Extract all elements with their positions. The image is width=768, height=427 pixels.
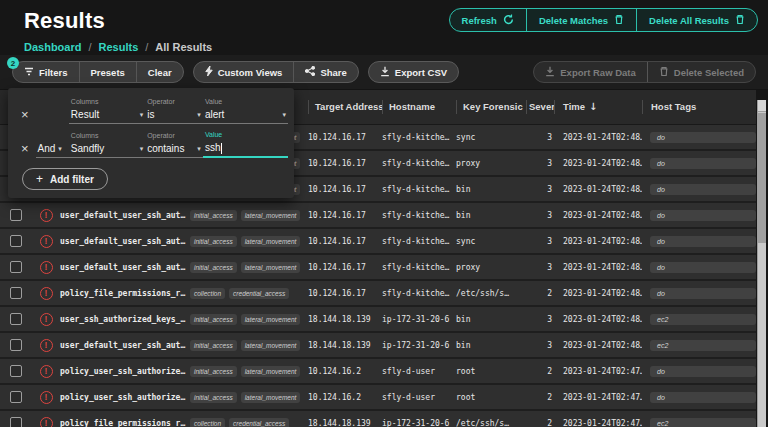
host-tags: ec2 <box>642 314 756 325</box>
mitre-tag-pill: collection <box>190 418 225 427</box>
row-checkbox[interactable] <box>10 313 22 325</box>
time: 2023-01-24T02:48… <box>554 211 642 220</box>
table-row[interactable]: !user_default_user_ssh_aut…initial_acces… <box>0 229 756 255</box>
remove-filter-icon[interactable]: × <box>14 107 36 124</box>
header-severity[interactable]: Severity <box>526 100 554 114</box>
mitre-tags: initial_accesslateral_movement <box>186 210 308 221</box>
refresh-button[interactable]: Refresh <box>450 9 526 31</box>
scrollbar-thumb[interactable] <box>758 113 766 243</box>
row-checkbox[interactable] <box>10 417 22 427</box>
row-checkbox[interactable] <box>10 209 22 221</box>
severity: 2 <box>526 289 554 298</box>
export-raw-data-button[interactable]: Export Raw Data <box>534 62 647 82</box>
table-row[interactable]: !user_default_user_ssh_aut…initial_acces… <box>0 333 756 359</box>
delete-all-results-button[interactable]: Delete All Results <box>636 9 757 31</box>
hostname: sfly-d-kitche… <box>382 211 456 220</box>
table-toolbar: 2 Filters Presets Clear Custom Views <box>0 55 768 90</box>
table-row[interactable]: !policy_user_ssh_authorize…initial_acces… <box>0 385 756 411</box>
row-checkbox[interactable] <box>10 261 22 273</box>
filter-column-select[interactable]: Columns Sandfly▾ <box>69 132 145 158</box>
row-checkbox[interactable] <box>10 235 22 247</box>
key-forensic: /etc/ssh/s… <box>456 289 526 298</box>
delete-selected-button[interactable]: Delete Selected <box>647 62 755 82</box>
chevron-down-icon: ▾ <box>282 111 286 119</box>
key-forensic: root <box>456 367 526 376</box>
selection-actions-group: Export Raw Data Delete Selected <box>533 61 756 83</box>
custom-views-button[interactable]: Custom Views <box>194 62 294 82</box>
mitre-tag-pill: initial_access <box>190 340 237 351</box>
key-forensic: bin <box>456 315 526 324</box>
chevron-down-icon: ▾ <box>197 111 201 119</box>
share-button[interactable]: Share <box>293 62 357 82</box>
page-header: Results Dashboard / Results / All Result… <box>0 0 768 55</box>
target-address: 18.144.18.139 <box>308 315 382 324</box>
time: 2023-01-24T02:48… <box>554 185 642 194</box>
header-hostname[interactable]: Hostname <box>382 100 456 114</box>
chevron-down-icon: ▾ <box>140 111 144 119</box>
alert-status: ! <box>32 261 60 274</box>
alert-icon: ! <box>40 313 53 326</box>
row-select <box>0 313 32 325</box>
breadcrumb-dashboard[interactable]: Dashboard <box>24 41 81 53</box>
delete-matches-button[interactable]: Delete Matches <box>526 9 636 31</box>
host-tag-pill: do <box>650 184 756 195</box>
header-key-forensic[interactable]: Key Forensic <box>456 100 526 114</box>
row-select <box>0 339 32 351</box>
filter-operator-select[interactable]: Operator is▾ <box>145 98 203 124</box>
header-target-address[interactable]: Target Address <box>308 100 382 114</box>
host-tag-pill: do <box>650 288 756 299</box>
alert-icon: ! <box>40 365 53 378</box>
breadcrumb-separator: / <box>145 41 148 53</box>
add-filter-button[interactable]: + Add filter <box>22 168 108 190</box>
mitre-tag-pill: lateral_movement <box>241 314 301 325</box>
table-row[interactable]: !user_ssh_authorized_keys_…initial_acces… <box>0 307 756 333</box>
filter-operator-select[interactable]: Operator contains▾ <box>145 132 203 158</box>
filter-button-group: 2 Filters Presets Clear <box>12 61 184 83</box>
key-forensic: bin <box>456 341 526 350</box>
share-icon <box>305 66 315 78</box>
table-row[interactable]: !policy_file_permissions_r…collectioncre… <box>0 281 756 307</box>
mitre-tag-pill: lateral_movement <box>241 340 301 351</box>
table-row[interactable]: !policy_user_ssh_authorize…initial_acces… <box>0 359 756 385</box>
key-forensic: sync <box>456 237 526 246</box>
trash-icon <box>735 14 745 27</box>
mitre-tags: initial_accesslateral_movement <box>186 262 308 273</box>
header-time[interactable]: Time↓ <box>554 100 642 114</box>
host-tags: do <box>642 366 756 377</box>
host-tags: do <box>642 392 756 403</box>
time: 2023-01-24T02:47… <box>554 419 642 427</box>
mitre-tag-pill: credential_access <box>229 418 289 427</box>
vertical-scrollbar[interactable] <box>757 100 766 427</box>
mitre-tag-pill: lateral_movement <box>241 366 301 377</box>
key-forensic: proxy <box>456 159 526 168</box>
filter-count-badge: 2 <box>7 57 19 69</box>
target-address: 10.124.16.17 <box>308 211 382 220</box>
filter-column-select[interactable]: Columns Result▾ <box>69 98 145 124</box>
join-operator-select[interactable]: And▾ <box>36 141 69 158</box>
export-csv-button[interactable]: Export CSV <box>369 62 458 82</box>
row-select <box>0 209 32 221</box>
join-placeholder <box>36 119 69 124</box>
header-host-tags[interactable]: Host Tags <box>642 100 756 114</box>
remove-filter-icon[interactable]: × <box>14 141 36 158</box>
sort-desc-icon: ↓ <box>589 101 597 112</box>
row-checkbox[interactable] <box>10 365 22 377</box>
scrollbar-up-button[interactable] <box>758 100 766 112</box>
table-row[interactable]: !user_default_user_ssh_aut…initial_acces… <box>0 203 756 229</box>
filter-value-select[interactable]: Value alert▾ <box>203 98 288 124</box>
table-row[interactable]: !user_default_user_ssh_aut…initial_acces… <box>0 255 756 281</box>
time: 2023-01-24T02:48… <box>554 341 642 350</box>
alert-status: ! <box>32 365 60 378</box>
clear-button[interactable]: Clear <box>136 62 183 82</box>
filter-value-input[interactable]: Value ssh <box>203 131 288 158</box>
target-address: 10.124.16.17 <box>308 133 382 142</box>
severity: 2 <box>526 419 554 427</box>
breadcrumb-results[interactable]: Results <box>99 41 139 53</box>
host-tag-pill: do <box>650 236 756 247</box>
row-checkbox[interactable] <box>10 391 22 403</box>
row-checkbox[interactable] <box>10 287 22 299</box>
table-row[interactable]: !policy_file_permissions_r…collectioncre… <box>0 411 756 427</box>
filters-button[interactable]: Filters <box>13 62 79 82</box>
row-checkbox[interactable] <box>10 339 22 351</box>
presets-button[interactable]: Presets <box>79 62 136 82</box>
